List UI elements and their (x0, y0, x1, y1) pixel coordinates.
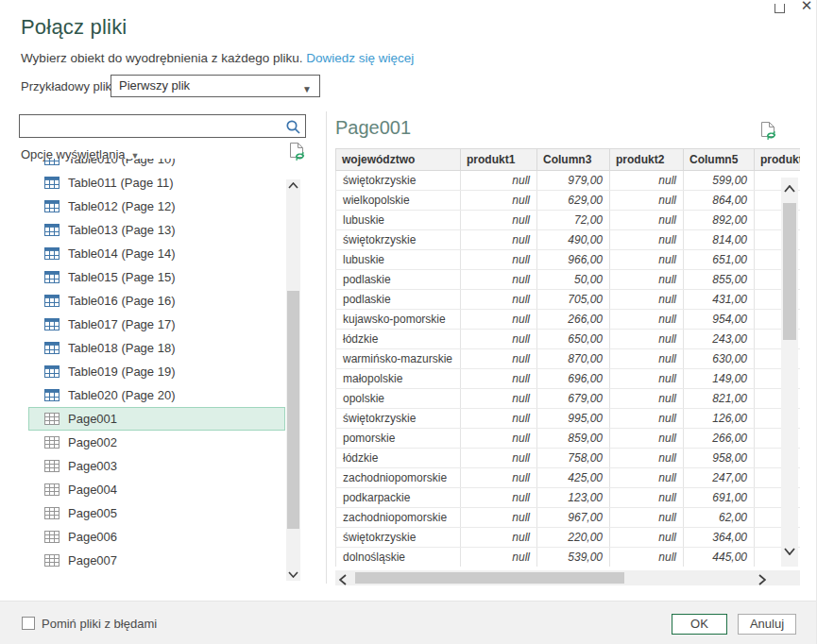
scroll-left-icon[interactable] (339, 572, 347, 589)
list-item[interactable]: Table015 (Page 15) (28, 265, 285, 289)
list-item[interactable]: Table013 (Page 13) (28, 218, 285, 242)
worksheet-icon (44, 460, 60, 472)
table-row: dolnośląskienull539,00null445,00 (336, 548, 801, 568)
column-header: produkt1 (461, 149, 537, 171)
cell-value: 650,00 (537, 330, 610, 349)
cell-value: null (461, 230, 537, 250)
list-item-label: Table012 (Page 12) (68, 199, 175, 213)
table-row: pomorskienull859,00null266,00 (336, 429, 801, 449)
list-item[interactable]: Page005 (28, 501, 285, 525)
scroll-down-icon[interactable] (286, 571, 300, 578)
cell-value: null (461, 330, 537, 349)
ok-button[interactable]: OK (672, 614, 727, 635)
scroll-up-icon[interactable] (781, 185, 798, 193)
refresh-preview-icon[interactable] (760, 121, 777, 144)
cancel-button[interactable]: Anuluj (738, 614, 796, 635)
table-row: warmińsko-mazurskienull870,00null630,00 (336, 349, 801, 369)
cell-value: null (461, 250, 537, 270)
scrollbar-thumb[interactable] (287, 291, 299, 529)
list-item[interactable]: Page001 (28, 407, 285, 431)
table-row: kujawsko-pomorskienull266,00null954,00 (336, 310, 801, 330)
cell-value: null (610, 488, 684, 508)
sample-file-dropdown[interactable]: Pierwszy plik ▼ (111, 75, 320, 97)
cell-voivodeship: warmińsko-mazurskie (336, 349, 461, 369)
cell-value: 243,00 (684, 330, 755, 349)
panel-divider (326, 111, 327, 584)
list-item-label: Page004 (68, 483, 117, 497)
worksheet-icon (44, 554, 60, 567)
cell-value: 126,00 (684, 409, 755, 429)
list-scrollbar[interactable] (286, 179, 300, 581)
list-item[interactable]: Table014 (Page 14) (28, 242, 285, 265)
cell-value: null (461, 310, 537, 330)
cell-value: 821,00 (684, 389, 755, 409)
list-item[interactable]: Page003 (28, 454, 285, 478)
cell-value: 696,00 (537, 369, 610, 389)
learn-more-link[interactable]: Dowiedz się więcej (306, 51, 414, 65)
cell-voivodeship: łódzkie (336, 330, 461, 349)
cell-value: 539,00 (537, 548, 610, 568)
table-row: podlaskienull705,00null431,00 (336, 290, 801, 310)
search-icon[interactable] (285, 119, 301, 139)
table-row: łódzkienull650,00null243,00 (336, 330, 801, 349)
worksheet-icon (44, 507, 60, 519)
list-item[interactable]: Page004 (28, 478, 285, 501)
cell-value: 445,00 (684, 548, 755, 568)
maximize-icon[interactable] (774, 4, 785, 13)
cell-value: 50,00 (537, 270, 610, 290)
search-input[interactable] (24, 116, 281, 136)
preview-vscrollbar[interactable] (781, 178, 798, 567)
scrollbar-thumb[interactable] (783, 203, 796, 340)
page-title: Połącz pliki (21, 15, 127, 40)
list-item-label: Page007 (68, 553, 117, 568)
cell-value: 995,00 (537, 409, 610, 429)
list-item-label: Page002 (68, 435, 117, 449)
scrollbar-thumb[interactable] (355, 572, 624, 584)
cell-value: 247,00 (684, 468, 755, 488)
cell-value: null (610, 330, 684, 349)
scroll-down-icon[interactable] (781, 548, 798, 555)
cell-value: null (461, 508, 537, 528)
list-item[interactable]: Table017 (Page 17) (28, 313, 285, 336)
list-item[interactable]: Page002 (28, 431, 285, 454)
list-item[interactable]: Table011 (Page 11) (28, 171, 285, 195)
cell-value: null (461, 449, 537, 468)
cell-value: null (610, 449, 684, 468)
skip-errors-checkbox[interactable] (22, 617, 35, 630)
cell-value: null (610, 389, 684, 409)
table-row: zachodniopomorskienull967,00null62,00 (336, 508, 801, 528)
scroll-right-icon[interactable] (758, 572, 766, 589)
close-icon[interactable]: ✕ (798, 0, 815, 16)
subtitle-text: Wybierz obiekt do wyodrębnienia z każdeg… (21, 51, 303, 65)
list-item[interactable]: Table018 (Page 18) (28, 336, 285, 360)
table-icon (44, 389, 60, 401)
cell-value: null (610, 548, 684, 568)
cell-voivodeship: lubuskie (336, 250, 461, 270)
cell-value: 758,00 (537, 449, 610, 468)
list-item[interactable]: Table020 (Page 20) (28, 383, 285, 407)
cell-value: 859,00 (537, 429, 610, 449)
list-item[interactable]: Page007 (28, 549, 285, 572)
list-item-label: Table019 (Page 19) (68, 364, 175, 379)
cell-value: 266,00 (537, 310, 610, 330)
cell-value: null (461, 488, 537, 508)
dialog-subtitle: Wybierz obiekt do wyodrębnienia z każdeg… (21, 51, 414, 65)
cell-voivodeship: świętokrzyskie (336, 409, 461, 429)
list-item[interactable]: Table019 (Page 19) (28, 360, 285, 383)
table-icon (44, 271, 60, 283)
cell-voivodeship: dolnośląskie (336, 548, 461, 568)
cell-value: null (461, 468, 537, 488)
worksheet-icon (44, 483, 60, 496)
list-item[interactable]: Table010 (Page 10) (28, 159, 285, 171)
list-item[interactable]: Table012 (Page 12) (28, 195, 285, 218)
preview-hscrollbar[interactable] (335, 570, 800, 585)
data-preview-grid: województwoprodukt1Column3produkt2Column… (335, 148, 800, 567)
refresh-icon[interactable] (289, 142, 306, 165)
list-item[interactable]: Page006 (28, 525, 285, 549)
list-item[interactable]: Table016 (Page 16) (28, 289, 285, 313)
cell-value: 651,00 (684, 250, 755, 270)
list-item-label: Page006 (68, 530, 117, 544)
scroll-up-icon[interactable] (286, 182, 300, 189)
table-row: opolskienull679,00null821,00 (336, 389, 801, 409)
table-row: zachodniopomorskienull425,00null247,00 (336, 468, 801, 488)
